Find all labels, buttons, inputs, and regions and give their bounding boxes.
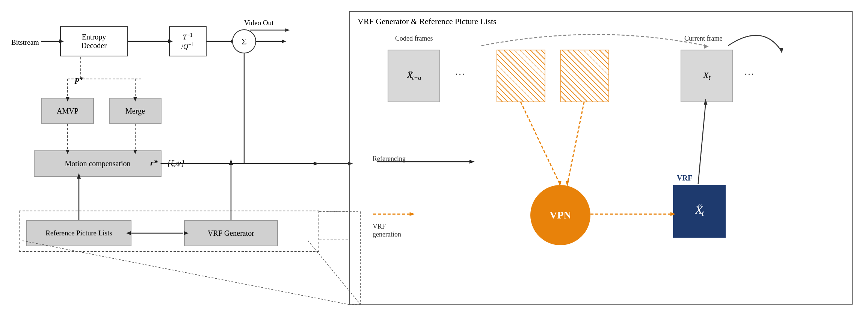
sum-symbol: Σ: [242, 36, 247, 47]
sum-circle: Σ: [232, 29, 256, 53]
vrf-label-top: VRF: [677, 174, 692, 182]
left-diagram: Bitstream Video Out EntropyDecoder T−1/Q…: [11, 11, 319, 305]
svg-line-32: [567, 102, 584, 184]
vrf-generation-label: VRFgeneration: [373, 223, 401, 238]
coded-frames-label: Coded frames: [395, 35, 433, 42]
motion-label: Motion compensation: [65, 159, 131, 168]
transform-label: T−1/Q−1: [181, 32, 194, 51]
orange-frame-1: [497, 50, 545, 102]
diagram-container: Bitstream Video Out EntropyDecoder T−1/Q…: [0, 0, 868, 317]
motion-box: Motion compensation: [34, 150, 162, 177]
xt-label: Xt: [703, 70, 711, 82]
current-frame-label: Current frame: [684, 35, 722, 42]
orange-frame-2: [560, 50, 609, 102]
dots-right: ···: [744, 68, 755, 80]
referencing-label: Referencing: [373, 155, 406, 163]
merge-label: Merge: [125, 107, 145, 115]
r-star-label: r* = {ζ,ψ}: [150, 158, 184, 168]
dots-left: ···: [455, 68, 465, 80]
bitstream-label: Bitstream: [11, 38, 39, 47]
ref-pic-box: Reference Picture Lists: [26, 220, 131, 246]
xta-label: X̃t−a: [407, 71, 421, 82]
ref-pic-label: Reference Picture Lists: [45, 229, 112, 237]
svg-marker-7: [282, 39, 286, 43]
svg-marker-37: [779, 48, 783, 53]
right-title: VRF Generator & Reference Picture Lists: [358, 17, 497, 26]
svg-line-30: [521, 102, 560, 184]
vpn-circle: VPN: [530, 185, 590, 245]
vrf-box: X̃t: [673, 185, 726, 238]
videoout-label: Video Out: [244, 19, 274, 27]
amvp-label: AMVP: [57, 107, 78, 115]
svg-marker-19: [314, 162, 319, 165]
svg-line-38: [698, 104, 706, 184]
merge-box: Merge: [109, 98, 162, 124]
vrf-gen-box: VRF Generator: [184, 220, 278, 246]
x-tilde-label: X̃t: [695, 205, 704, 218]
transform-box: T−1/Q−1: [169, 26, 207, 56]
svg-marker-29: [469, 160, 475, 164]
right-diagram: VRF Generator & Reference Picture Lists …: [349, 11, 853, 305]
vrf-gen-label: VRF Generator: [208, 229, 254, 238]
frame-xta: X̃t−a: [388, 50, 440, 102]
amvp-box: AMVP: [41, 98, 94, 124]
vpn-label: VPN: [549, 209, 571, 221]
entropy-decoder-box: EntropyDecoder: [60, 26, 128, 56]
p-star-label: p*: [75, 74, 83, 84]
svg-marker-36: [704, 44, 709, 49]
entropy-decoder-label: EntropyDecoder: [81, 33, 107, 50]
frame-xt: Xt: [681, 50, 733, 102]
svg-marker-26: [229, 159, 233, 165]
svg-marker-41: [410, 212, 415, 216]
